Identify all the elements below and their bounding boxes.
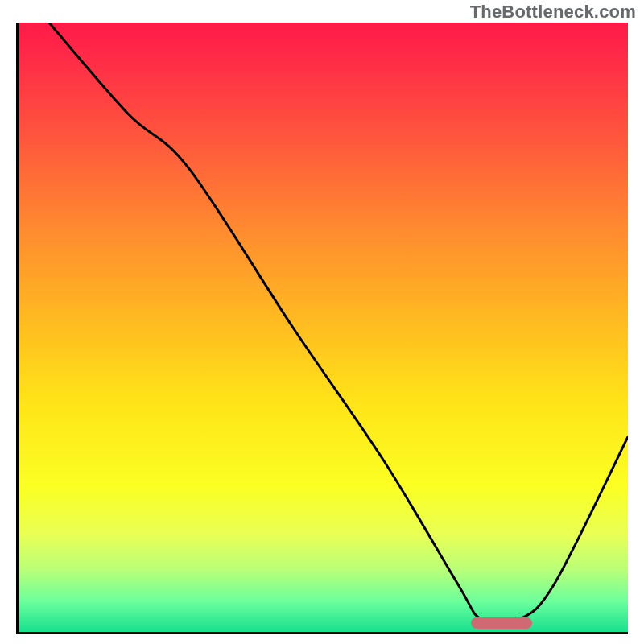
bottleneck-chart: TheBottleneck.com: [0, 0, 644, 644]
watermark-text: TheBottleneck.com: [470, 2, 636, 23]
plot-area: [16, 23, 628, 634]
optimal-range-marker: [471, 617, 532, 629]
bottleneck-curve-path: [49, 23, 628, 625]
curve-svg: [19, 23, 628, 632]
